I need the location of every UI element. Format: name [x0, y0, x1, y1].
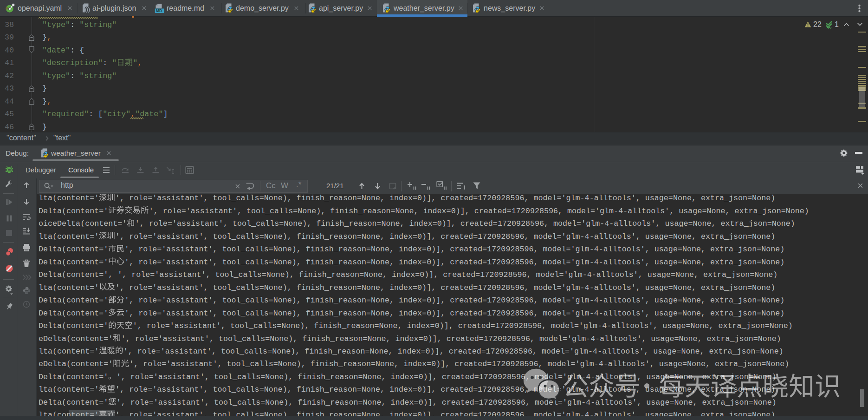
svg-text:MD: MD: [156, 8, 162, 13]
